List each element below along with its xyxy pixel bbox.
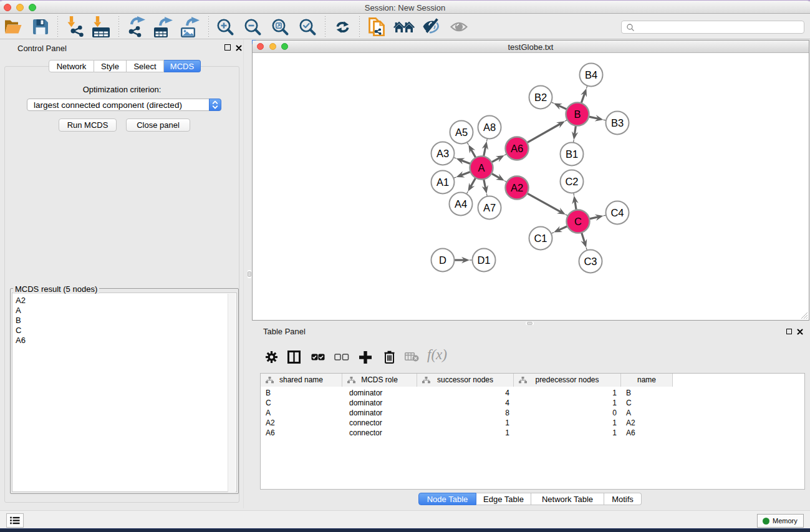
svg-text:C4: C4 — [610, 207, 624, 218]
svg-text:B: B — [574, 109, 581, 120]
svg-text:C: C — [574, 216, 582, 227]
svg-text:B4: B4 — [585, 69, 597, 80]
svg-text:B2: B2 — [534, 92, 547, 103]
svg-text:A1: A1 — [436, 177, 449, 188]
svg-text:B1: B1 — [566, 148, 578, 160]
svg-text:A2: A2 — [511, 182, 523, 193]
svg-text:A8: A8 — [483, 122, 496, 133]
svg-text:A: A — [478, 162, 485, 173]
svg-text:D: D — [439, 254, 446, 266]
svg-text:C1: C1 — [534, 233, 547, 244]
svg-text:D1: D1 — [477, 254, 490, 266]
svg-text:A6: A6 — [511, 143, 523, 154]
svg-text:A5: A5 — [455, 127, 468, 138]
svg-text:B3: B3 — [611, 117, 624, 128]
svg-text:A3: A3 — [436, 148, 449, 159]
svg-text:C2: C2 — [565, 176, 578, 187]
svg-text:A4: A4 — [455, 198, 467, 210]
svg-text:A7: A7 — [483, 202, 496, 213]
svg-text:C3: C3 — [584, 256, 597, 267]
